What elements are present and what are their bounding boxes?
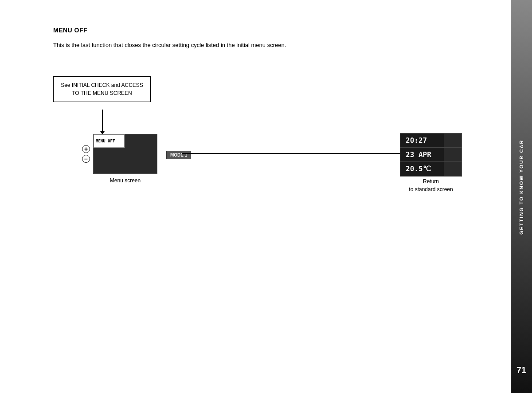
callout-box: See INITIAL CHECK and ACCESS TO THE MENU… [53, 76, 151, 102]
menu-item-text: MENU_OFF [94, 134, 125, 148]
screen-dark-panel [444, 134, 462, 147]
sidebar-chapter-label: GETTING TO KNOW YOUR CAR [519, 9, 524, 365]
main-content: MENU OFF This is the last function that … [0, 0, 511, 393]
screen-dark-panel-3 [444, 162, 462, 176]
menu-screen-dark-area [125, 134, 157, 148]
screen-dark-panel-2 [444, 148, 462, 161]
section-title: MENU OFF [53, 27, 484, 34]
callout-text-line2: TO THE MENU SCREEN [72, 90, 132, 96]
time-value: 20:27 [400, 136, 444, 145]
return-label-line1: Return [423, 178, 439, 185]
date-value: 23 APR [400, 150, 444, 159]
callout-arrow [102, 110, 103, 132]
menu-screen-label: Menu screen [93, 177, 157, 184]
mode-button[interactable]: MODE 1 [166, 151, 191, 159]
controls: + – [82, 145, 90, 163]
sidebar: GETTING TO KNOW YOUR CAR 71 [511, 0, 532, 393]
menu-screen-display: MENU_OFF [93, 134, 157, 174]
standard-screen-display: 20:27 23 APR 20.5℃ [400, 133, 462, 177]
minus-button[interactable]: – [82, 155, 90, 163]
callout-text-line1: See INITIAL CHECK and ACCESS [61, 82, 143, 88]
page-number: 71 [516, 365, 526, 384]
section-description: This is the last function that closes th… [53, 41, 484, 50]
return-label-line2: to standard screen [409, 186, 453, 193]
diagram-area: See INITIAL CHECK and ACCESS TO THE MENU… [53, 76, 484, 200]
plus-button[interactable]: + [82, 145, 90, 153]
temp-value: 20.5℃ [400, 165, 444, 173]
standard-screen-label: Return to standard screen [400, 177, 462, 193]
